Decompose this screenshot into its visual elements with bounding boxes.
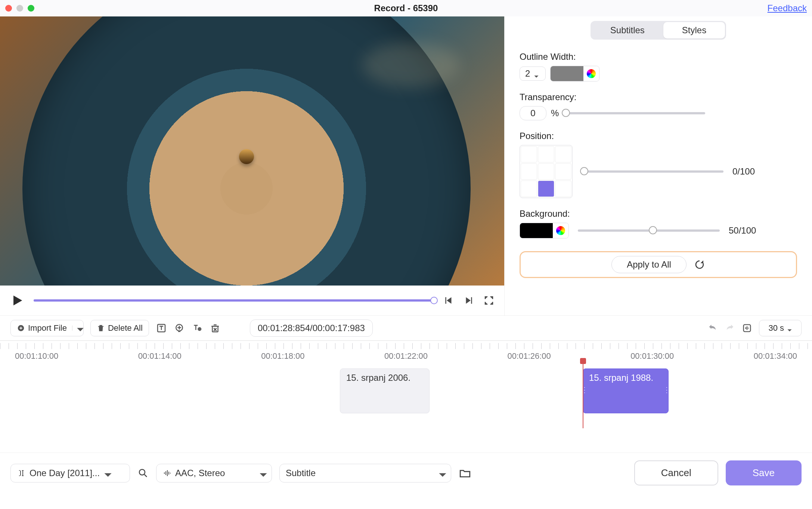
pos-mid-right[interactable] <box>555 163 571 180</box>
svg-rect-12 <box>168 472 169 475</box>
open-folder-button[interactable] <box>459 467 471 479</box>
background-slider[interactable] <box>578 229 720 232</box>
outline-width-label: Outline Width: <box>520 52 797 62</box>
svg-rect-0 <box>445 297 446 304</box>
maximize-window-button[interactable] <box>28 5 34 12</box>
undo-button[interactable] <box>707 323 718 333</box>
svg-rect-1 <box>471 297 472 304</box>
chevron-down-icon <box>438 471 445 476</box>
reset-style-button[interactable] <box>694 259 705 270</box>
outline-color-swatch <box>551 66 583 81</box>
zoom-level-value: 30 s <box>768 323 784 333</box>
outline-width-select[interactable]: 2 <box>520 67 546 81</box>
window-title: Record - 65390 <box>0 3 812 13</box>
subtitle-clip-selected[interactable]: 15. srpanj 1988. <box>583 368 669 413</box>
transport-bar <box>0 286 504 315</box>
background-value: 50/100 <box>729 225 756 236</box>
total-time: 00:00:17:983 <box>313 323 365 333</box>
video-preview-area <box>0 16 504 315</box>
svg-point-8 <box>139 469 145 475</box>
prev-frame-button[interactable] <box>443 295 454 306</box>
import-file-label: Import File <box>28 323 67 333</box>
bottom-bar: One Day [2011]... AAC, Stereo Subtitle C… <box>0 453 812 493</box>
chevron-down-icon[interactable] <box>72 326 77 331</box>
play-button[interactable] <box>10 293 25 308</box>
chevron-down-icon <box>534 71 539 76</box>
close-window-button[interactable] <box>5 5 12 12</box>
timecode-display: 00:01:28:854/00:00:17:983 <box>250 320 373 337</box>
apply-highlight: Apply to All <box>520 251 797 278</box>
pos-mid-left[interactable] <box>521 163 537 180</box>
pos-bottom-left[interactable] <box>521 181 537 197</box>
position-grid[interactable] <box>520 145 573 198</box>
track-type-select[interactable]: Subtitle <box>279 464 451 482</box>
position-slider[interactable] <box>582 170 723 173</box>
pos-top-right[interactable] <box>555 146 571 163</box>
save-button[interactable]: Save <box>726 460 802 485</box>
clip-text: 15. srpanj 1988. <box>589 373 653 383</box>
progress-bar[interactable] <box>34 299 434 302</box>
panel-tabs: Subtitles Styles <box>591 21 726 40</box>
outline-color-picker[interactable] <box>550 66 599 81</box>
add-text-icon[interactable] <box>156 323 167 334</box>
colorwheel-icon[interactable] <box>553 223 568 238</box>
timecode-sep: / <box>310 323 313 333</box>
waveform-icon[interactable] <box>742 323 752 333</box>
minimize-window-button[interactable] <box>16 5 23 12</box>
transparency-input[interactable]: 0 <box>520 106 546 120</box>
timeline[interactable]: 00:01:10:00 00:01:14:00 00:01:18:00 00:0… <box>0 340 812 453</box>
colorwheel-icon[interactable] <box>583 66 599 81</box>
pos-bottom-right[interactable] <box>555 181 571 197</box>
source-file-select[interactable]: One Day [2011]... <box>10 464 130 482</box>
pos-top-center[interactable] <box>538 146 554 163</box>
window-controls <box>5 5 34 12</box>
chevron-down-icon <box>259 471 266 476</box>
pos-mid-center[interactable] <box>538 163 554 180</box>
next-frame-button[interactable] <box>463 295 474 306</box>
track-type-value: Subtitle <box>286 468 316 478</box>
delete-all-label: Delete All <box>108 323 143 333</box>
subtitle-clip[interactable]: 15. srpanj 2006. <box>340 368 430 413</box>
position-value: 0/100 <box>732 166 755 177</box>
cancel-button[interactable]: Cancel <box>634 460 718 485</box>
transparency-slider[interactable] <box>563 112 705 114</box>
svg-rect-9 <box>164 472 165 474</box>
svg-rect-11 <box>167 470 168 476</box>
titlebar: Record - 65390 Feedback <box>0 0 812 16</box>
add-speech-icon[interactable] <box>174 323 185 334</box>
pos-top-left[interactable] <box>521 146 537 163</box>
apply-to-all-button[interactable]: Apply to All <box>611 256 687 273</box>
fullscreen-button[interactable] <box>483 295 495 306</box>
feedback-link[interactable]: Feedback <box>768 3 807 13</box>
video-frame <box>0 16 504 286</box>
source-file-value: One Day [2011]... <box>30 468 100 478</box>
tick-label: 00:01:34:00 <box>754 351 797 361</box>
background-label: Background: <box>520 209 797 219</box>
timeline-ticks: 00:01:10:00 00:01:14:00 00:01:18:00 00:0… <box>0 349 812 361</box>
background-color-picker[interactable] <box>520 223 569 238</box>
transparency-label: Transparency: <box>520 92 797 102</box>
import-file-button[interactable]: Import File <box>10 320 84 336</box>
background-color-swatch <box>520 223 553 238</box>
svg-rect-10 <box>165 471 166 475</box>
tick-label: 00:01:18:00 <box>261 351 304 361</box>
audio-track-value: AAC, Stereo <box>175 468 225 478</box>
add-caption-icon[interactable] <box>192 323 203 334</box>
current-time: 00:01:28:854 <box>258 323 310 333</box>
pos-bottom-center[interactable] <box>538 181 554 197</box>
tick-label: 00:01:30:00 <box>630 351 674 361</box>
position-label: Position: <box>520 131 797 141</box>
tab-styles[interactable]: Styles <box>663 22 725 38</box>
tab-subtitles[interactable]: Subtitles <box>592 22 663 38</box>
redo-button[interactable] <box>725 323 735 333</box>
playhead[interactable] <box>583 361 583 428</box>
style-panel: Subtitles Styles Outline Width: 2 <box>504 16 812 315</box>
svg-rect-13 <box>170 473 171 473</box>
delete-all-button[interactable]: Delete All <box>90 320 149 336</box>
audio-track-select[interactable]: AAC, Stereo <box>156 464 272 482</box>
editor-toolbar: Import File Delete All 00:01:28:854/00:0… <box>0 315 812 340</box>
search-button[interactable] <box>137 468 149 479</box>
outline-width-value: 2 <box>525 68 530 79</box>
zoom-level-select[interactable]: 30 s <box>759 320 802 336</box>
delete-caption-icon[interactable] <box>210 323 221 334</box>
